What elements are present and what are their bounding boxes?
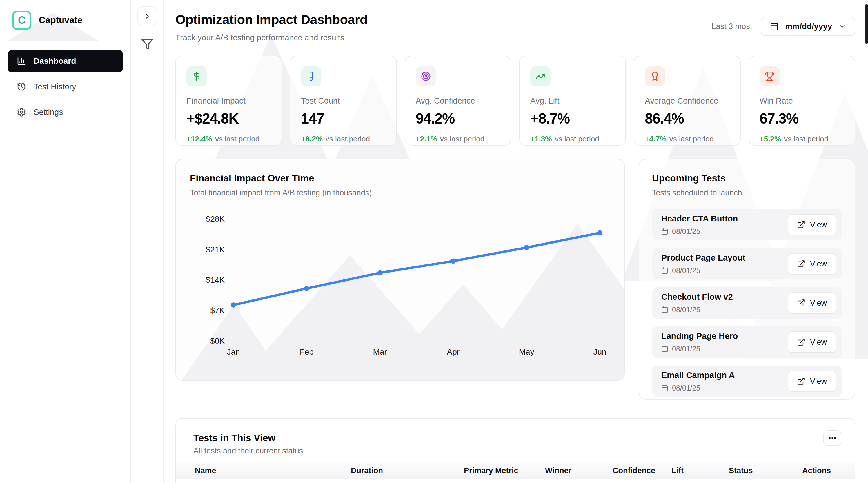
trophy-icon bbox=[760, 66, 780, 86]
view-button[interactable]: View bbox=[788, 292, 836, 314]
stat-card-win-rate: Win Rate 67.3% +5.2%vs last period bbox=[749, 56, 855, 146]
middle-row: Financial Impact Over Time Total financi… bbox=[176, 159, 855, 399]
test-date: 08/01/25 bbox=[661, 266, 745, 275]
toolbar-rail bbox=[131, 0, 164, 483]
gear-icon bbox=[17, 108, 26, 117]
bar-chart-icon bbox=[17, 57, 26, 66]
table-menu-button[interactable] bbox=[824, 430, 841, 446]
svg-text:$7K: $7K bbox=[210, 306, 225, 315]
table-header-row: Name Duration Primary Metric Winner Conf… bbox=[176, 462, 855, 479]
ellipsis-icon bbox=[828, 434, 837, 443]
stat-delta: +4.7%vs last period bbox=[645, 134, 730, 144]
test-date: 08/01/25 bbox=[661, 345, 738, 353]
stat-card-financial-impact: Financial Impact +$24.8K +12.4%vs last p… bbox=[176, 56, 282, 146]
tests-table-card: Tests in This View All tests and their c… bbox=[176, 418, 855, 483]
list-item: Landing Page Hero 08/01/25 View bbox=[652, 327, 842, 358]
sidebar-item-label: Test History bbox=[34, 82, 76, 91]
svg-text:$21K: $21K bbox=[206, 245, 225, 254]
external-link-icon bbox=[797, 260, 805, 268]
calendar-icon bbox=[661, 345, 668, 352]
svg-text:$28K: $28K bbox=[206, 215, 225, 223]
test-name: Landing Page Hero bbox=[661, 331, 738, 341]
page-title: Optimization Impact Dashboard bbox=[176, 12, 368, 27]
test-date: 08/01/25 bbox=[661, 306, 733, 314]
stat-value: 67.3% bbox=[760, 110, 844, 127]
list-item: Checkout Flow v2 08/01/25 View bbox=[652, 287, 842, 319]
stat-delta: +12.4%vs last period bbox=[186, 134, 271, 144]
stat-card-avg-lift: Avg. Lift +8.7% +1.3%vs last period bbox=[519, 56, 626, 146]
external-link-icon bbox=[797, 377, 805, 385]
stat-delta: +8.2%vs last period bbox=[301, 134, 385, 144]
stat-value: 86.4% bbox=[645, 110, 730, 127]
sidebar-item-test-history[interactable]: Test History bbox=[7, 76, 123, 98]
date-picker-button[interactable]: mm/dd/yyyy bbox=[761, 17, 855, 36]
app-window: C Captuvate Dashboard Test History Set bbox=[0, 0, 868, 483]
view-button[interactable]: View bbox=[788, 214, 836, 235]
stat-value: +$24.8K bbox=[186, 110, 271, 127]
scrollbar-thumb[interactable] bbox=[865, 4, 868, 44]
column-header-status: Status bbox=[729, 466, 802, 475]
stat-label: Financial Impact bbox=[186, 96, 271, 105]
column-header-confidence: Confidence bbox=[613, 466, 672, 475]
list-item: Header CTA Button 08/01/25 View bbox=[652, 209, 842, 240]
upcoming-tests-panel: Upcoming Tests Tests scheduled to launch… bbox=[639, 159, 855, 399]
view-button[interactable]: View bbox=[788, 370, 836, 392]
sidebar-collapse-button[interactable] bbox=[137, 6, 157, 26]
stat-value: +8.7% bbox=[530, 110, 615, 127]
test-name: Email Campaign A bbox=[661, 370, 735, 380]
captuvate-logo: C bbox=[12, 11, 31, 30]
svg-text:May: May bbox=[519, 347, 534, 356]
table-title: Tests in This View bbox=[193, 432, 837, 444]
stat-cards-row: Financial Impact +$24.8K +12.4%vs last p… bbox=[176, 56, 855, 146]
svg-text:Mar: Mar bbox=[373, 347, 387, 356]
filter-icon[interactable] bbox=[141, 38, 154, 51]
stat-label: Average Confidence bbox=[645, 96, 730, 105]
period-label: Last 3 mos. bbox=[712, 22, 752, 31]
list-item: Email Campaign A 08/01/25 View bbox=[652, 366, 842, 397]
stat-delta: +1.3%vs last period bbox=[530, 134, 615, 144]
stat-delta: +5.2%vs last period bbox=[760, 134, 844, 144]
chevron-right-icon bbox=[143, 12, 151, 20]
svg-text:$14K: $14K bbox=[206, 275, 225, 284]
page-subtitle: Track your A/B testing performance and r… bbox=[176, 33, 368, 42]
column-header-primary-metric: Primary Metric bbox=[464, 466, 545, 475]
test-date: 08/01/25 bbox=[661, 384, 735, 392]
stat-label: Win Rate bbox=[760, 96, 844, 105]
stat-card-average-confidence: Average Confidence 86.4% +4.7%vs last pe… bbox=[634, 56, 740, 146]
calendar-icon bbox=[661, 306, 668, 313]
sidebar-item-label: Dashboard bbox=[34, 57, 76, 66]
test-date: 08/01/25 bbox=[661, 227, 738, 236]
logo-letter: C bbox=[18, 14, 26, 26]
vertical-scrollbar bbox=[865, 0, 868, 483]
svg-text:$0K: $0K bbox=[210, 336, 225, 345]
external-link-icon bbox=[797, 338, 805, 346]
sidebar-item-settings[interactable]: Settings bbox=[7, 101, 123, 123]
sidebar-header: C Captuvate bbox=[0, 0, 130, 41]
calendar-icon bbox=[770, 22, 779, 31]
stat-delta: +2.1%vs last period bbox=[416, 134, 500, 144]
financial-impact-line-chart: $0K$7K$14K$21K$28KJanFebMarAprMayJun bbox=[190, 202, 612, 358]
column-header-duration: Duration bbox=[351, 466, 464, 475]
svg-text:Jan: Jan bbox=[227, 347, 240, 356]
column-header-name: Name bbox=[195, 466, 351, 475]
view-button[interactable]: View bbox=[788, 253, 836, 275]
trending-up-icon bbox=[530, 66, 551, 86]
external-link-icon bbox=[797, 299, 805, 307]
view-button[interactable]: View bbox=[788, 331, 836, 353]
sidebar-item-dashboard[interactable]: Dashboard bbox=[7, 50, 123, 72]
test-tube-icon bbox=[301, 66, 321, 86]
history-icon bbox=[17, 82, 26, 91]
target-icon bbox=[416, 66, 436, 86]
stat-value: 147 bbox=[301, 110, 385, 127]
upcoming-title: Upcoming Tests bbox=[652, 173, 842, 184]
test-name: Checkout Flow v2 bbox=[661, 292, 733, 302]
dollar-sign-icon bbox=[186, 66, 207, 86]
stat-label: Avg. Lift bbox=[530, 96, 615, 105]
brand-name: Captuvate bbox=[39, 15, 82, 26]
chart-subtitle: Total financial impact from A/B testing … bbox=[190, 188, 610, 198]
calendar-icon bbox=[661, 228, 668, 235]
list-item: Product Page Layout 08/01/25 View bbox=[652, 248, 842, 279]
chart-title: Financial Impact Over Time bbox=[190, 173, 610, 184]
stat-label: Avg. Confidence bbox=[416, 96, 500, 105]
upcoming-subtitle: Tests scheduled to launch bbox=[652, 188, 842, 198]
